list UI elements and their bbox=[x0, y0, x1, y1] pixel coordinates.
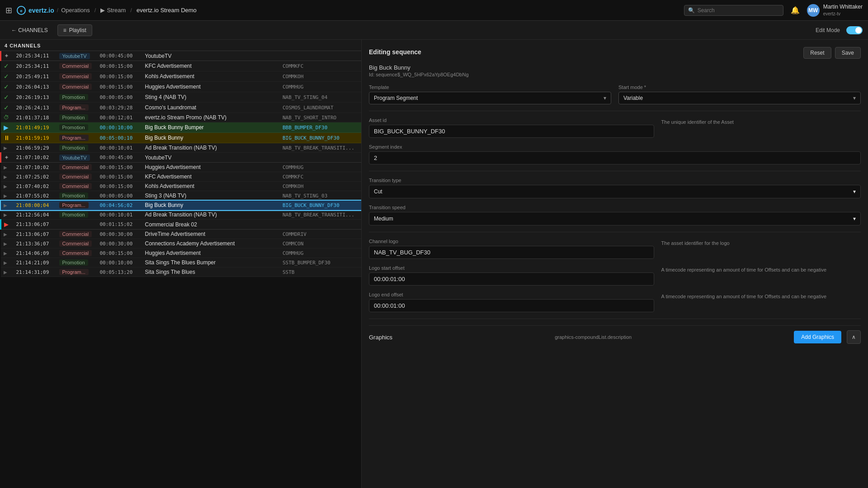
row-duration: 00:00:15;00 bbox=[97, 182, 142, 191]
row-title: YoutubeTV bbox=[142, 51, 280, 61]
arrow-icon: ▶ bbox=[4, 184, 7, 189]
add-graphics-button[interactable]: Add Graphics bbox=[794, 331, 841, 343]
star-icon: ✦ bbox=[4, 154, 9, 161]
row-icon-cell: ▶ bbox=[1, 122, 14, 133]
row-duration: 00:04:56;02 bbox=[97, 201, 142, 210]
type-badge: Commercial bbox=[59, 250, 92, 256]
right-header: Editing sequence Reset Save bbox=[369, 47, 861, 59]
breadcrumb-operations[interactable]: Operations bbox=[61, 7, 90, 14]
reset-button[interactable]: Reset bbox=[803, 47, 831, 59]
transition-type-value: Cut bbox=[374, 188, 382, 195]
row-time: 21:13:06;07 bbox=[14, 230, 57, 239]
arrow-icon: ▶ bbox=[4, 174, 7, 179]
table-row[interactable]: ✓ 20:26:19;13 Promotion 00:00:05;00 Stin… bbox=[1, 92, 362, 103]
row-time: 20:25:34;11 bbox=[14, 61, 57, 71]
asset-id-desc: The unique identifier of the Asset bbox=[661, 117, 861, 125]
row-type: Commercial bbox=[57, 239, 97, 249]
type-badge: Promotion bbox=[59, 259, 88, 266]
graphics-label: Graphics bbox=[369, 334, 392, 341]
breadcrumb-demo: evertz.io Stream Demo bbox=[137, 7, 197, 14]
row-id: COMMKFC bbox=[280, 172, 361, 182]
row-id: BIG_BUCK_BUNNY_DF30 bbox=[280, 201, 361, 210]
breadcrumb-stream[interactable]: Stream bbox=[107, 7, 126, 14]
table-row[interactable]: ⏱ 21:01:37;18 Promotion 00:00:12;01 ever… bbox=[1, 113, 362, 122]
search-bar[interactable]: 🔍 bbox=[684, 5, 783, 16]
template-select[interactable]: Program Segment ▾ bbox=[369, 92, 611, 104]
table-row[interactable]: ▶ 21:07:10;02 Commercial 00:00:15;00 Hug… bbox=[1, 163, 362, 172]
table-row[interactable]: ▶ 21:07:40;02 Commercial 00:00:15;00 Koh… bbox=[1, 182, 362, 191]
row-id bbox=[280, 153, 361, 163]
row-type: Commercial bbox=[57, 230, 97, 239]
logo-end-offset-desc: A timecode representing an amount of tim… bbox=[661, 292, 861, 299]
grid-icon[interactable]: ⊞ bbox=[5, 5, 12, 15]
row-title: Kohls Advertisement bbox=[142, 182, 280, 191]
table-row[interactable]: ▶ 21:01:49;19 Promotion 00:00:10;00 Big … bbox=[1, 122, 362, 133]
table-row[interactable]: ▶ 21:12:56;04 Promotion 00:00:10;01 Ad B… bbox=[1, 210, 362, 220]
row-duration: 00:00:10;00 bbox=[97, 122, 142, 133]
row-id: SSTB_BUMPER_DF30 bbox=[280, 258, 361, 267]
check-icon: ✓ bbox=[4, 73, 9, 80]
row-type: Promotion bbox=[57, 258, 97, 267]
type-badge: Commercial bbox=[59, 73, 92, 80]
edit-mode-toggle[interactable] bbox=[846, 26, 863, 34]
type-badge: Commercial bbox=[59, 63, 92, 69]
table-row[interactable]: ⏸ 21:01:59;19 Program... 00:05:00;10 Big… bbox=[1, 133, 362, 143]
template-field: Template Program Segment ▾ bbox=[369, 84, 611, 104]
row-time: 20:26:04;13 bbox=[14, 82, 57, 92]
row-title: Big Buck Bunny Bumper bbox=[142, 122, 280, 133]
row-icon-cell: ▶ bbox=[1, 258, 14, 267]
table-row[interactable]: ▶ 21:07:55;02 Promotion 00:00:05;00 Stin… bbox=[1, 191, 362, 201]
collapse-graphics-button[interactable]: ∧ bbox=[847, 330, 861, 344]
row-title: DriveTime Advertisement bbox=[142, 230, 280, 239]
notification-icon[interactable]: 🔔 bbox=[791, 6, 800, 14]
check-icon: ✓ bbox=[4, 62, 9, 70]
table-row[interactable]: ▶ 21:13:06;07 00:01:15;02 Commercial Bre… bbox=[1, 220, 362, 230]
search-input[interactable] bbox=[698, 7, 770, 14]
row-duration: 00:05:00;10 bbox=[97, 133, 142, 143]
top-nav: ⊞ e evertz.io / Operations / ▶ Stream / … bbox=[0, 0, 868, 21]
table-row[interactable]: ✦ 21:07:10;02 YoutubeTV 00:00:45;00 Yout… bbox=[1, 153, 362, 163]
row-icon-cell: ▶ bbox=[1, 230, 14, 239]
row-id: BBB_BUMPER_DF30 bbox=[280, 122, 361, 133]
check-icon: ✓ bbox=[4, 83, 9, 90]
breadcrumb-stream-icon: ▶ bbox=[100, 7, 105, 14]
table-row[interactable]: ✦ 20:25:34;11 YoutubeTV 00:00:45;00 Yout… bbox=[1, 51, 362, 61]
row-icon-cell: ✦ bbox=[1, 153, 14, 163]
timer-icon: ⏱ bbox=[4, 114, 9, 121]
playlist-button[interactable]: ≡ Playlist bbox=[57, 24, 92, 36]
table-row[interactable]: ✓ 20:25:49;11 Commercial 00:00:15;00 Koh… bbox=[1, 71, 362, 82]
transition-speed-select[interactable]: Medium ▾ bbox=[369, 212, 861, 225]
transition-type-select[interactable]: Cut ▾ bbox=[369, 185, 861, 198]
asset-id-field: Asset id BIG_BUCK_BUNNY_DF30 bbox=[369, 117, 654, 138]
channels-button[interactable]: ← CHANNELS bbox=[5, 24, 54, 36]
table-row[interactable]: ▶ 21:14:21;09 Promotion 00:00:10;00 Sita… bbox=[1, 258, 362, 267]
table-row[interactable]: ✓ 20:25:34;11 Commercial 00:00:15;00 KFC… bbox=[1, 61, 362, 71]
type-badge: Promotion bbox=[59, 124, 88, 131]
table-row[interactable]: ✓ 20:26:24;13 Program... 00:03:29;28 Cos… bbox=[1, 103, 362, 113]
row-time: 21:14:31;09 bbox=[14, 267, 57, 277]
table-row[interactable]: ▶ 21:06:59;29 Promotion 00:00:10;01 Ad B… bbox=[1, 143, 362, 153]
save-button[interactable]: Save bbox=[835, 47, 861, 59]
start-mode-field: Start mode * Variable ▾ bbox=[618, 84, 861, 104]
row-id: NAB_TV_STING_03 bbox=[280, 191, 361, 201]
table-row[interactable]: ▶ 21:13:06;07 Commercial 00:00:30;00 Dri… bbox=[1, 230, 362, 239]
row-duration: 00:00:15;00 bbox=[97, 172, 142, 182]
start-mode-select[interactable]: Variable ▾ bbox=[618, 92, 861, 104]
transition-speed-row: Transition speed Medium ▾ bbox=[369, 205, 861, 225]
row-time: 21:01:37;18 bbox=[14, 113, 57, 122]
segment-index-row: Segment index 2 bbox=[369, 144, 861, 164]
logo-start-offset-field: Logo start offset 00:00:01:00 bbox=[369, 265, 654, 286]
table-row[interactable]: ✓ 20:26:04;13 Commercial 00:00:15;00 Hug… bbox=[1, 82, 362, 92]
table-row[interactable]: ▶ 21:07:25;02 Commercial 00:00:15;00 KFC… bbox=[1, 172, 362, 182]
row-id: COSMOS_LAUNDROMAT bbox=[280, 103, 361, 113]
table-row[interactable]: ▶ 21:13:36;07 Commercial 00:00:30;00 Con… bbox=[1, 239, 362, 249]
table-row[interactable]: ▶ 21:14:06;09 Commercial 00:00:15;00 Hug… bbox=[1, 249, 362, 258]
table-row[interactable]: ▶ 21:08:00;04 Program... 00:04:56;02 Big… bbox=[1, 201, 362, 210]
row-title: Sting 4 (NAB TV) bbox=[142, 92, 280, 103]
nav-user[interactable]: MW Martin Whittaker evertz-tv bbox=[807, 4, 863, 17]
check-icon: ✓ bbox=[4, 104, 9, 111]
start-mode-value: Variable bbox=[623, 95, 643, 101]
row-duration: 00:00:45;00 bbox=[97, 153, 142, 163]
table-row[interactable]: ▶ 21:14:31;09 Program... 00:05:13;20 Sit… bbox=[1, 267, 362, 277]
type-badge: Commercial bbox=[59, 164, 92, 170]
